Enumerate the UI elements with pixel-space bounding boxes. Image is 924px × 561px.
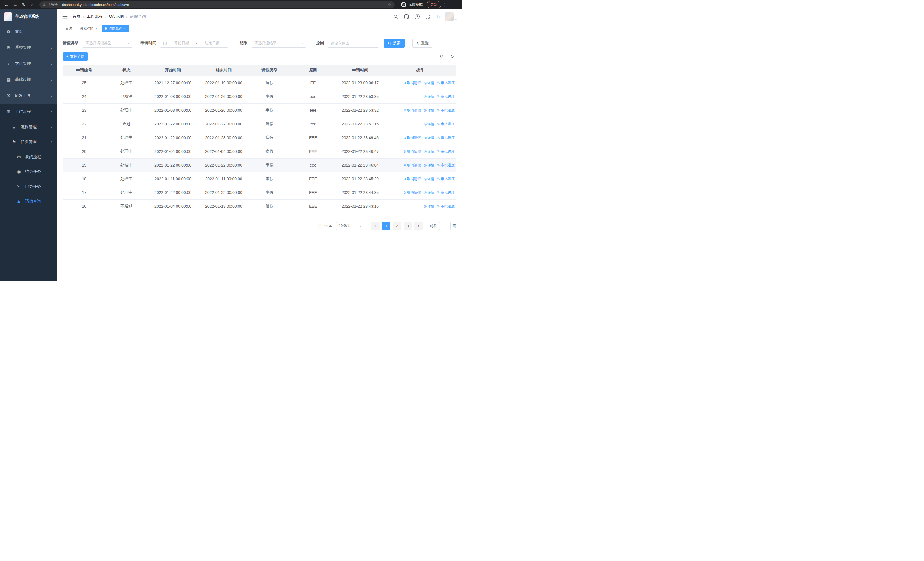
breadcrumb-item[interactable]: OA 示例	[109, 14, 123, 19]
leave-type-select[interactable]: 请选择请假类型 ∨	[82, 39, 133, 48]
select-placeholder: 请选择流结果	[254, 41, 299, 46]
sidebar-item-home[interactable]: ☸ 首页	[0, 24, 57, 40]
result-select[interactable]: 请选择流结果 ∨	[251, 39, 306, 48]
search-button[interactable]: 搜索	[384, 39, 405, 48]
page-button-2[interactable]: 2	[393, 222, 401, 230]
reason-input[interactable]	[328, 39, 379, 48]
audit-progress-link[interactable]: ✎审批进度	[437, 95, 454, 99]
plus-icon: +	[66, 54, 69, 59]
col-actions: 操作	[384, 65, 456, 76]
cell-apply-time: 2022-01-22 23:44:35	[336, 186, 384, 199]
breadcrumb-item[interactable]: 首页	[72, 14, 81, 19]
browser-menu-icon[interactable]: ⋮	[442, 3, 447, 7]
detail-link[interactable]: ◎详情	[423, 122, 434, 126]
reset-button[interactable]: ↻ 重置	[412, 39, 433, 48]
eye-icon: ◎	[423, 136, 426, 140]
detail-link[interactable]: ◎详情	[423, 81, 434, 85]
leave-table: 申请编号 状态 开始时间 结束时间 请假类型 原因 申请时间 操作 25处理中2…	[63, 65, 456, 214]
breadcrumb-item[interactable]: 工作流程	[87, 14, 103, 19]
sidebar-item-process-mgmt[interactable]: ≡ 流程管理 ∨	[0, 120, 57, 135]
sidebar-item-system[interactable]: ⚙ 系统管理 ∨	[0, 40, 57, 56]
user-menu[interactable]: ∨	[445, 12, 457, 21]
next-page-button[interactable]: ›	[414, 222, 423, 230]
cancel-leave-link[interactable]: ⊘取消请假	[403, 108, 421, 112]
audit-progress-link[interactable]: ✎审批进度	[437, 163, 454, 167]
detail-link[interactable]: ◎详情	[423, 163, 434, 167]
audit-progress-link[interactable]: ✎审批进度	[437, 149, 454, 153]
sidebar-item-devtools[interactable]: ⚒ 研发工具 ∨	[0, 88, 57, 104]
page-button-1[interactable]: 1	[382, 222, 390, 230]
cancel-leave-link[interactable]: ⊘取消请假	[403, 177, 421, 181]
audit-progress-link[interactable]: ✎审批进度	[437, 81, 454, 85]
sidebar-item-my-process[interactable]: ✉ 我的流程	[0, 149, 57, 164]
update-button[interactable]: 更新	[427, 1, 441, 8]
sidebar-item-label: 任务管理	[21, 139, 36, 144]
audit-progress-link[interactable]: ✎审批进度	[437, 191, 454, 194]
prev-page-button[interactable]: ‹	[371, 222, 380, 230]
detail-link[interactable]: ◎详情	[423, 136, 434, 140]
flag-icon: ⚑	[11, 139, 18, 144]
cancel-leave-link[interactable]: ⊘取消请假	[403, 163, 421, 167]
sidebar-item-label: 研发工具	[15, 93, 31, 98]
create-leave-button[interactable]: + 发起请假	[63, 52, 88, 60]
date-range-picker[interactable]: 开始日期 - 结束日期	[160, 39, 228, 48]
sidebar-item-leave-query[interactable]: ♟ 请假查询	[0, 194, 57, 209]
help-icon[interactable]: ?	[415, 14, 420, 19]
search-icon[interactable]	[393, 14, 398, 19]
audit-progress-link[interactable]: ✎审批进度	[437, 204, 454, 208]
table-row: 25处理中2021-12-27 00:00:002022-01-19 00:00…	[63, 76, 456, 90]
eye-icon: ◎	[423, 122, 426, 126]
reload-icon[interactable]: ↻	[20, 2, 27, 8]
audit-progress-link[interactable]: ✎审批进度	[437, 136, 454, 140]
home-icon[interactable]: ⌂	[28, 2, 36, 8]
github-icon[interactable]	[404, 14, 409, 20]
sidebar-item-payment[interactable]: ¥ 支付管理 ∨	[0, 56, 57, 72]
audit-progress-link[interactable]: ✎审批进度	[437, 108, 454, 112]
address-bar[interactable]: ⚠ 不安全 dashboard.yudao.iocoder.cn/bpm/oa/…	[39, 2, 394, 8]
breadcrumb-separator: /	[126, 14, 127, 19]
detail-link[interactable]: ◎详情	[423, 95, 434, 99]
detail-link[interactable]: ◎详情	[423, 149, 434, 153]
font-size-icon[interactable]: TT	[436, 14, 440, 19]
cell-actions: ◎详情✎审批进度	[384, 117, 456, 131]
tab-home[interactable]: 首页	[63, 25, 75, 32]
page-button-3[interactable]: 3	[404, 222, 412, 230]
sidebar-item-workflow[interactable]: ⊞ 工作流程 ∧	[0, 104, 57, 120]
cancel-leave-link[interactable]: ⊘取消请假	[403, 149, 421, 153]
sidebar-item-task-mgmt[interactable]: ⚑ 任务管理 ∧	[0, 135, 57, 149]
detail-link[interactable]: ◎详情	[423, 191, 434, 194]
select-placeholder: 请选择请假类型	[86, 41, 126, 46]
sidebar-item-infrastructure[interactable]: ▦ 基础设施 ∨	[0, 72, 57, 88]
forward-icon[interactable]: →	[11, 2, 19, 8]
tab-process-detail[interactable]: 流程详情 ×	[77, 25, 100, 32]
bookmark-star-icon[interactable]: ☆	[388, 3, 391, 7]
refresh-table-icon[interactable]: ↻	[450, 54, 454, 59]
page-size-select[interactable]: 10条/页 ∨	[336, 222, 364, 230]
tab-leave-query[interactable]: 请假查询 ×	[102, 25, 129, 32]
search-icon	[388, 41, 392, 45]
audit-progress-link[interactable]: ✎审批进度	[437, 177, 454, 181]
toggle-search-icon[interactable]	[440, 54, 444, 59]
audit-progress-link[interactable]: ✎审批进度	[437, 122, 454, 126]
detail-link[interactable]: ◎详情	[423, 204, 434, 208]
cancel-leave-link[interactable]: ⊘取消请假	[403, 81, 421, 85]
table-row: 24已取消2022-01-03 00:00:002022-01-26 00:00…	[63, 90, 456, 104]
cell-start-time: 2021-12-27 00:00:00	[147, 76, 199, 90]
detail-link[interactable]: ◎详情	[423, 108, 434, 112]
total-count: 共 23 条	[318, 223, 332, 229]
sidebar-toggle-icon[interactable]	[62, 14, 68, 20]
sidebar-item-todo-tasks[interactable]: ◉ 待办任务	[0, 164, 57, 179]
cell-end-time: 2022-01-19 00:00:00	[199, 76, 249, 90]
close-icon[interactable]: ×	[95, 27, 97, 30]
goto-page-input[interactable]	[439, 222, 451, 230]
eye-icon: ◎	[423, 177, 426, 181]
chevron-up-icon: ∧	[50, 110, 52, 113]
fullscreen-icon[interactable]	[425, 14, 430, 19]
back-icon[interactable]: ←	[3, 2, 10, 8]
close-icon[interactable]: ×	[124, 27, 126, 30]
cancel-leave-link[interactable]: ⊘取消请假	[403, 136, 421, 140]
cancel-leave-link[interactable]: ⊘取消请假	[403, 191, 421, 194]
cell-reason: eee	[290, 104, 336, 117]
sidebar-item-done-tasks[interactable]: ✂ 已办任务	[0, 179, 57, 194]
detail-link[interactable]: ◎详情	[423, 177, 434, 181]
